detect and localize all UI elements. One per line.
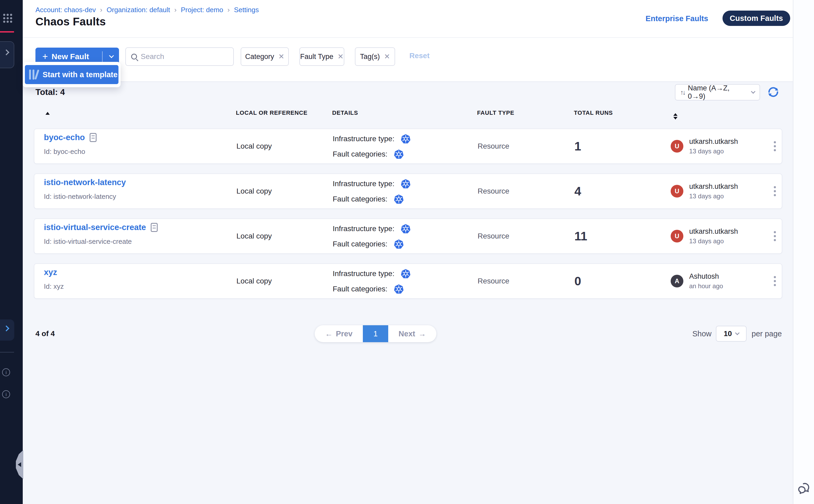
- sort-dropdown[interactable]: ↑↓ Name (A→Z, 0→9): [675, 84, 760, 100]
- fault-name-link[interactable]: istio-virtual-service-create: [44, 223, 146, 232]
- fault-categories-label: Fault categories:: [333, 195, 387, 203]
- nav-accent-bar: [0, 31, 14, 33]
- chat-support-icon[interactable]: [797, 481, 811, 496]
- breadcrumb-organization[interactable]: Organization: default: [107, 6, 170, 14]
- fault-categories-label: Fault categories:: [333, 150, 387, 158]
- total-runs-value: 0: [574, 274, 581, 288]
- fault-name-link[interactable]: byoc-echo: [44, 133, 85, 142]
- app-launcher-icon[interactable]: [3, 14, 12, 23]
- fault-id: Id: xyz: [44, 282, 64, 291]
- nav-expand-panel[interactable]: [0, 41, 14, 68]
- close-icon[interactable]: ✕: [278, 52, 284, 61]
- table-row[interactable]: xyz Id: xyz Local copy Infrastructure ty…: [34, 263, 782, 299]
- avatar: U: [671, 140, 683, 153]
- kubernetes-icon[interactable]: [394, 149, 404, 159]
- modified-time: 13 days ago: [689, 237, 738, 245]
- button-divider: [102, 51, 103, 62]
- kebab-menu-icon[interactable]: [772, 230, 778, 243]
- kubernetes-icon[interactable]: [401, 224, 411, 234]
- breadcrumb-project[interactable]: Project: demo: [181, 6, 223, 14]
- local-or-reference-value: Local copy: [236, 142, 272, 150]
- caret-up-icon: [45, 112, 50, 115]
- fault-type-value: Resource: [478, 187, 509, 195]
- filter-chip-fault-type[interactable]: Fault Type ✕: [299, 47, 344, 66]
- per-page-label: per page: [752, 329, 782, 338]
- chevron-down-icon[interactable]: [109, 53, 114, 58]
- breadcrumb-separator: ›: [100, 6, 102, 14]
- sidebar-expand-button[interactable]: [0, 319, 14, 341]
- fault-type-value: Resource: [478, 142, 509, 150]
- avatar: U: [671, 230, 683, 242]
- prev-page-button[interactable]: ← Prev: [315, 325, 363, 342]
- modified-by-user: utkarsh.utkarsh: [689, 182, 738, 191]
- breadcrumb-separator: ›: [227, 6, 230, 14]
- kubernetes-icon[interactable]: [394, 284, 404, 294]
- right-scroll-gutter: [793, 0, 814, 504]
- fault-id: Id: istio-virtual-service-create: [44, 237, 132, 246]
- pagination-control: ← Prev 1 Next →: [315, 325, 436, 342]
- chaos-faults-page: i i Account: chaos-dev › Organization: d…: [0, 0, 814, 504]
- arrow-left-icon: ←: [325, 329, 333, 338]
- fault-name-link[interactable]: istio-network-latency: [44, 178, 126, 187]
- kubernetes-icon[interactable]: [401, 179, 411, 189]
- sort-updown-icon: [673, 113, 678, 120]
- start-with-template-menu-item[interactable]: Start with a template: [25, 65, 118, 84]
- infrastructure-type-label: Infrastructure type:: [333, 224, 394, 233]
- chevron-right-icon: [3, 326, 10, 332]
- enterprise-faults-link[interactable]: Enterprise Faults: [646, 14, 708, 23]
- kubernetes-icon[interactable]: [401, 269, 411, 279]
- new-fault-label: New Fault: [52, 52, 89, 61]
- main-content: Account: chaos-dev › Organization: defau…: [23, 0, 793, 504]
- breadcrumb-settings[interactable]: Settings: [234, 6, 259, 14]
- infrastructure-type-label: Infrastructure type:: [333, 180, 394, 188]
- column-header-total-runs: TOTAL RUNS: [574, 109, 613, 116]
- table-row[interactable]: istio-virtual-service-create Id: istio-v…: [34, 218, 782, 254]
- modified-by-user: Ashutosh: [689, 272, 723, 281]
- avatar: U: [671, 185, 683, 198]
- search-input[interactable]: [141, 52, 228, 61]
- kebab-menu-icon[interactable]: [772, 185, 778, 198]
- sort-arrows-icon: ↑↓: [680, 89, 685, 96]
- column-header-fault-name[interactable]: FAULT NAME: [42, 109, 50, 116]
- breadcrumb: Account: chaos-dev › Organization: defau…: [35, 6, 259, 14]
- local-or-reference-value: Local copy: [236, 187, 272, 195]
- kubernetes-icon[interactable]: [394, 239, 404, 249]
- current-page-button[interactable]: 1: [363, 325, 388, 342]
- page-size-select[interactable]: 10: [716, 326, 747, 342]
- sidebar-collapse-handle[interactable]: [16, 450, 23, 479]
- info-icon[interactable]: i: [2, 390, 10, 398]
- total-runs-value: 4: [574, 184, 581, 198]
- chevron-down-icon: [751, 89, 756, 94]
- info-icon[interactable]: i: [2, 368, 10, 376]
- modified-by-user: utkarsh.utkarsh: [689, 227, 738, 236]
- page-title: Chaos Faults: [35, 15, 106, 28]
- reset-filters-button[interactable]: Reset: [409, 52, 429, 60]
- modified-time: 13 days ago: [689, 148, 738, 155]
- kubernetes-icon[interactable]: [394, 194, 404, 204]
- manifest-document-icon[interactable]: [151, 223, 158, 232]
- close-icon[interactable]: ✕: [384, 52, 390, 61]
- column-header-local-or-reference: LOCAL OR REFERENCE: [236, 109, 308, 116]
- manifest-document-icon[interactable]: [90, 133, 97, 142]
- faults-list-section: Total: 4 ↑↓ Name (A→Z, 0→9) FAULT NAME L…: [23, 82, 793, 504]
- table-row[interactable]: istio-network-latency Id: istio-network-…: [34, 173, 782, 209]
- fault-name-link[interactable]: xyz: [44, 268, 57, 277]
- table-row[interactable]: byoc-echo Id: byoc-echo Local copy Infra…: [34, 129, 782, 164]
- custom-faults-button[interactable]: Custom Faults: [722, 11, 790, 26]
- kebab-menu-icon[interactable]: [772, 274, 778, 288]
- toolbar: + New Fault Category ✕ Fault Type ✕ Tag(…: [23, 38, 793, 82]
- show-label: Show: [692, 329, 712, 338]
- next-page-button[interactable]: Next →: [388, 325, 436, 342]
- kubernetes-icon[interactable]: [401, 134, 411, 144]
- refresh-icon[interactable]: [767, 86, 780, 98]
- arrow-right-icon: →: [418, 329, 426, 338]
- column-header-last-modified[interactable]: LAST MODIFIED: [670, 109, 678, 120]
- breadcrumb-account[interactable]: Account: chaos-dev: [35, 6, 96, 14]
- total-runs-value: 11: [574, 229, 587, 243]
- sidebar-divider: [0, 352, 14, 352]
- fault-type-value: Resource: [478, 232, 509, 240]
- kebab-menu-icon[interactable]: [772, 140, 778, 153]
- filter-chip-tags[interactable]: Tag(s) ✕: [355, 47, 395, 66]
- close-icon[interactable]: ✕: [337, 52, 344, 61]
- filter-chip-category[interactable]: Category ✕: [241, 47, 289, 66]
